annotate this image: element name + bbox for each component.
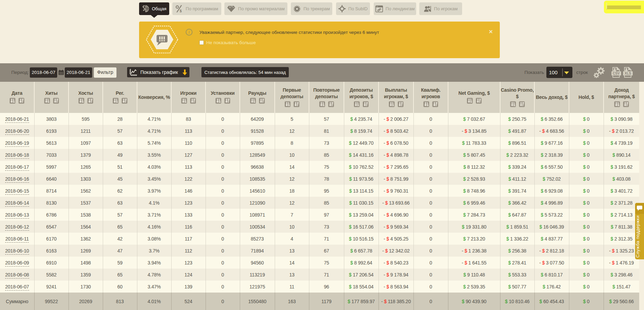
svg-text:XLS: XLS	[624, 72, 631, 75]
svg-text:CSV: CSV	[613, 72, 620, 75]
svg-text:$: $	[180, 9, 182, 13]
